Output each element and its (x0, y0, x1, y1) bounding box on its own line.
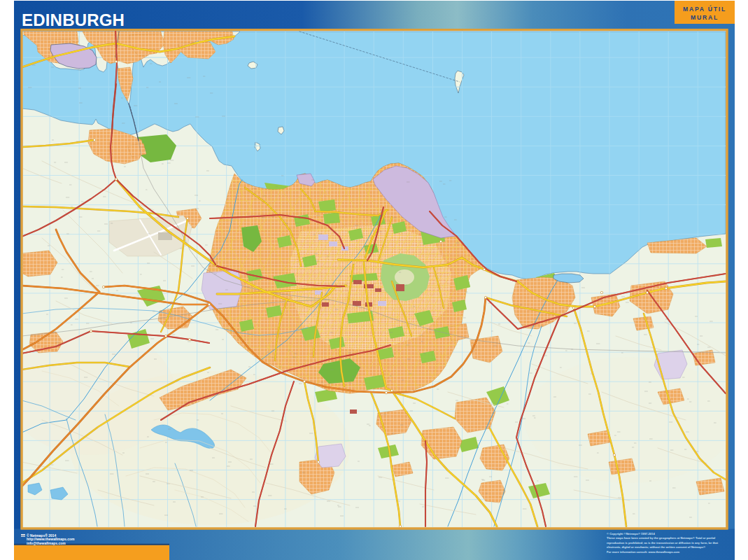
svg-text:reproduction is prohibited; as: reproduction is prohibited; as is the tr… (607, 541, 719, 545)
svg-text:© Copyright ©Netmaps® 1997-201: © Copyright ©Netmaps® 1997-2014 (607, 532, 655, 536)
svg-text:EDINBURGH: EDINBURGH (22, 10, 125, 29)
svg-text:info@thewallmaps.com: info@thewallmaps.com (27, 541, 66, 545)
svg-text:MAPA ÚTIL: MAPA ÚTIL (683, 5, 726, 13)
svg-text:For more information consult:: For more information consult: www.thewal… (607, 550, 680, 554)
svg-text:MURAL: MURAL (691, 14, 719, 21)
svg-text:electronic, digital or mechani: electronic, digital or mechanic; without… (607, 545, 705, 549)
svg-text:These maps have been created b: These maps have been created by the geog… (607, 536, 715, 540)
